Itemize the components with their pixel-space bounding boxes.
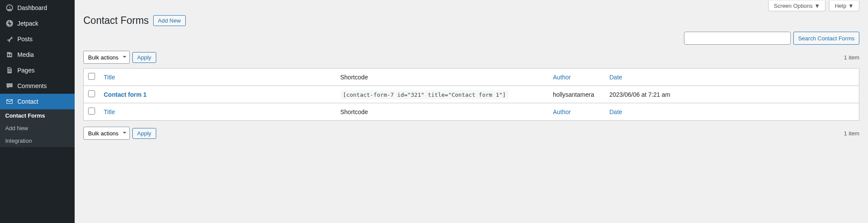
table-header-row: Title Shortcode Author Date: [84, 69, 859, 86]
help-label: Help: [835, 3, 846, 9]
sidebar-item-label: Comments: [17, 82, 47, 89]
column-date[interactable]: Date: [605, 69, 859, 86]
apply-button-top[interactable]: Apply: [132, 52, 156, 63]
item-count-bottom: 1 item: [844, 130, 859, 137]
search-input[interactable]: [684, 32, 791, 45]
column-author-footer[interactable]: Author: [549, 103, 605, 121]
column-date-footer[interactable]: Date: [605, 103, 859, 121]
column-shortcode: Shortcode: [336, 69, 549, 86]
sidebar-item-label: Posts: [17, 36, 33, 43]
add-new-button[interactable]: Add New: [153, 15, 186, 26]
page-title: Contact Forms: [83, 15, 149, 26]
chevron-down-icon: ▼: [815, 3, 820, 9]
main-content: Screen Options ▼ Help ▼ Contact Forms Ad…: [75, 0, 868, 223]
sidebar-item-label: Jetpack: [17, 20, 38, 27]
sidebar-item-jetpack[interactable]: Jetpack: [0, 16, 75, 31]
form-title-link[interactable]: Contact form 1: [104, 91, 147, 98]
sidebar-item-label: Media: [17, 51, 34, 58]
column-shortcode-footer: Shortcode: [336, 103, 549, 121]
jetpack-icon: [5, 19, 14, 28]
screen-options-label: Screen Options: [774, 3, 813, 9]
table-footer-row: Title Shortcode Author Date: [84, 103, 859, 121]
chevron-down-icon: ▼: [848, 3, 854, 9]
sidebar-item-pages[interactable]: Pages: [0, 62, 75, 78]
forms-table: Title Shortcode Author Date Contact form…: [83, 68, 859, 121]
pin-icon: [5, 35, 14, 43]
select-all-checkbox-bottom[interactable]: [88, 108, 95, 115]
date-cell: 2023/06/06 at 7:21 am: [605, 86, 859, 103]
top-bar: Screen Options ▼ Help ▼: [83, 0, 859, 11]
column-title[interactable]: Title: [99, 69, 336, 86]
screen-options-button[interactable]: Screen Options ▼: [768, 1, 825, 11]
submenu-item-contact-forms[interactable]: Contact Forms: [0, 109, 75, 122]
heading-row: Contact Forms Add New: [83, 15, 859, 26]
bulk-actions-top: Bulk actions Apply: [83, 51, 156, 64]
select-all-checkbox-top[interactable]: [88, 73, 95, 80]
sidebar-item-label: Dashboard: [17, 4, 47, 11]
comment-icon: [5, 82, 14, 90]
admin-sidebar: Dashboard Jetpack Posts Media Pages Comm…: [0, 0, 75, 223]
column-author[interactable]: Author: [549, 69, 605, 86]
sidebar-item-media[interactable]: Media: [0, 47, 75, 62]
author-cell: hollysantamera: [549, 86, 605, 103]
submenu-item-integration[interactable]: Integration: [0, 134, 75, 147]
sidebar-item-posts[interactable]: Posts: [0, 31, 75, 47]
sidebar-item-dashboard[interactable]: Dashboard: [0, 0, 75, 16]
column-title-footer[interactable]: Title: [99, 103, 336, 121]
row-checkbox[interactable]: [88, 90, 95, 97]
sidebar-item-label: Pages: [17, 67, 35, 74]
shortcode-text[interactable]: [contact-form-7 id="321" title="Contact …: [340, 90, 509, 99]
item-count-top: 1 item: [844, 54, 859, 61]
top-actions-row: Bulk actions Apply 1 item: [83, 51, 859, 64]
bulk-actions-select[interactable]: Bulk actions: [83, 51, 130, 64]
sidebar-item-label: Contact: [17, 98, 38, 105]
page-icon: [5, 66, 14, 75]
sidebar-item-comments[interactable]: Comments: [0, 78, 75, 94]
apply-button-bottom[interactable]: Apply: [132, 128, 156, 139]
search-row: Search Contact Forms: [83, 32, 859, 45]
dashboard-icon: [5, 3, 14, 12]
submenu-item-add-new[interactable]: Add New: [0, 122, 75, 134]
bulk-actions-select-bottom[interactable]: Bulk actions: [83, 127, 130, 140]
bulk-actions-bottom: Bulk actions Apply: [83, 127, 156, 140]
media-icon: [5, 50, 14, 59]
mail-icon: [5, 97, 14, 106]
table-row: Contact form 1 [contact-form-7 id="321" …: [84, 86, 859, 103]
sidebar-item-contact[interactable]: Contact: [0, 94, 75, 109]
search-button[interactable]: Search Contact Forms: [793, 32, 859, 45]
sidebar-submenu: Contact Forms Add New Integration: [0, 109, 75, 147]
bottom-actions-row: Bulk actions Apply 1 item: [83, 127, 859, 140]
help-button[interactable]: Help ▼: [829, 1, 859, 11]
